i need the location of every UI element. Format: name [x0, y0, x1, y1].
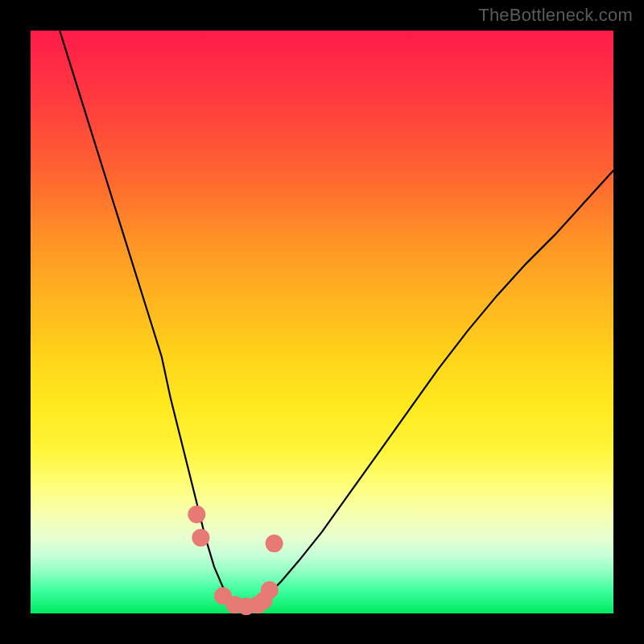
data-marker: [188, 506, 205, 523]
chart-frame: TheBottleneck.com: [0, 0, 644, 644]
watermark-text: TheBottleneck.com: [478, 5, 633, 26]
data-marker: [192, 529, 209, 547]
data-marker: [266, 535, 283, 552]
plot-area: [31, 31, 613, 613]
bottleneck-curve: [60, 31, 613, 608]
chart-svg: [31, 31, 613, 613]
data-marker: [261, 581, 279, 599]
